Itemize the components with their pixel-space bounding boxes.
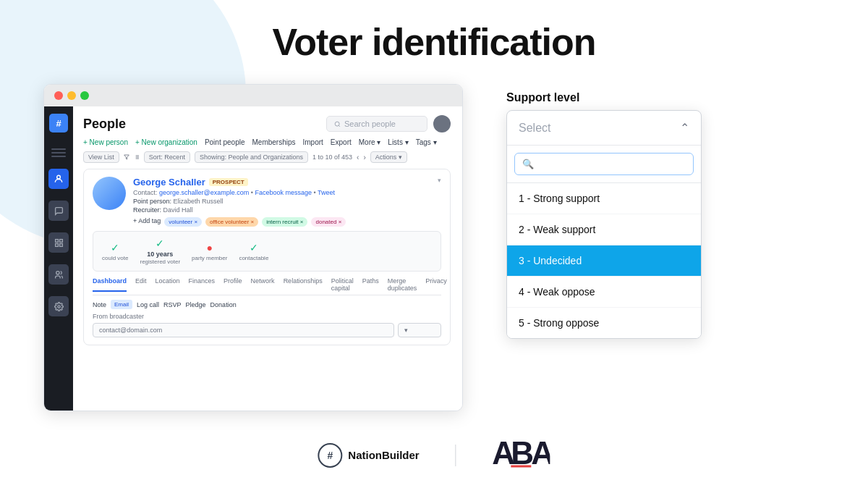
export-btn[interactable]: Export	[331, 138, 352, 146]
tab-privacy[interactable]: Privacy	[425, 277, 447, 292]
rsvp-btn[interactable]: RSVP	[163, 301, 182, 308]
email-input[interactable]: contact@domain.com	[93, 323, 394, 337]
tab-finances[interactable]: Finances	[189, 277, 216, 292]
select-placeholder: Select	[519, 122, 550, 135]
sidebar-item-users[interactable]	[48, 264, 69, 285]
tab-paths[interactable]: Paths	[362, 277, 379, 292]
svg-point-7	[335, 122, 339, 126]
view-list-filter[interactable]: View List	[83, 151, 119, 163]
stat-registered: ✓ 10 years registered voter	[140, 237, 180, 265]
expand-icon[interactable]: ▾	[438, 177, 441, 184]
svg-point-6	[57, 305, 59, 307]
actions-filter[interactable]: Actions ▾	[370, 151, 407, 163]
sidebar-logo[interactable]: #	[49, 114, 68, 132]
from-broadcaster-label: From broadcaster	[93, 313, 441, 320]
person-card: George Schaller PROSPECT Contact: george…	[83, 169, 451, 345]
log-call-btn[interactable]: Log call	[137, 301, 159, 308]
showing-filter[interactable]: Showing: People and Organizations	[195, 151, 308, 163]
content-row: #	[0, 84, 868, 411]
svg-marker-9	[124, 155, 129, 159]
email-btn[interactable]: Email	[111, 300, 132, 309]
new-org-btn[interactable]: + New organization	[135, 138, 197, 146]
email-dropdown[interactable]: ▾	[398, 323, 441, 337]
aba-svg-logo: A B A	[493, 437, 550, 468]
registered-icon: ✓	[156, 237, 164, 249]
contactable-label: contactable	[239, 255, 268, 261]
voter-stats: ✓ could vote ✓ 10 years registered voter	[93, 231, 441, 272]
sidebar-item-settings[interactable]	[48, 296, 69, 316]
person-header: George Schaller PROSPECT Contact: george…	[93, 177, 441, 227]
search-placeholder: Search people	[344, 119, 396, 128]
aba-logo-text: A B A	[493, 437, 550, 474]
tab-nav: Dashboard Edit Location Finances Profile…	[93, 277, 441, 295]
email-input-row: contact@domain.com ▾	[93, 323, 441, 337]
search-icon: 🔍	[522, 159, 534, 169]
tab-edit[interactable]: Edit	[135, 277, 147, 292]
person-email[interactable]: george.schaller@example.com	[159, 189, 249, 196]
people-page-title: People	[83, 117, 126, 132]
footer-divider	[456, 445, 456, 466]
support-level-dropdown[interactable]: Select ⌃ 🔍 1 - Strong support 2 - Weak s…	[506, 110, 702, 339]
person-name[interactable]: George Schaller	[133, 177, 205, 188]
donation-btn[interactable]: Donation	[210, 301, 237, 308]
sidebar-item-layout[interactable]	[48, 232, 69, 253]
option-strong-support[interactable]: 1 - Strong support	[507, 183, 701, 214]
note-btn[interactable]: Note	[93, 301, 106, 308]
action-row: + New person + New organization Point pe…	[83, 138, 451, 146]
nb-logo-text: NationBuilder	[348, 449, 419, 461]
log-row: Note Email Log call RSVP Pledge Donation	[93, 300, 441, 309]
point-people-btn[interactable]: Point people	[205, 138, 245, 146]
svg-line-8	[339, 125, 340, 127]
footer: # NationBuilder A B A	[318, 437, 550, 474]
tweet-link[interactable]: Tweet	[318, 189, 335, 196]
tab-dashboard[interactable]: Dashboard	[93, 277, 127, 292]
tab-merge[interactable]: Merge duplicates	[388, 277, 417, 292]
sidebar-item-people[interactable]	[48, 169, 69, 189]
sidebar-item-chat[interactable]	[48, 201, 69, 221]
sort-filter[interactable]: Sort: Recent	[144, 151, 190, 163]
add-tag-btn[interactable]: + Add tag	[133, 217, 161, 227]
filter-icon	[124, 154, 129, 160]
minimize-button[interactable]	[67, 91, 76, 100]
memberships-btn[interactable]: Memberships	[252, 138, 295, 146]
tab-profile[interactable]: Profile	[224, 277, 242, 292]
person-info: George Schaller PROSPECT Contact: george…	[133, 177, 346, 227]
support-search-input[interactable]: 🔍	[514, 153, 694, 175]
next-page-btn[interactable]: ›	[363, 153, 365, 161]
option-weak-oppose[interactable]: 4 - Weak oppose	[507, 277, 701, 308]
tags-btn[interactable]: Tags ▾	[416, 138, 437, 146]
page-wrapper: Voter identification #	[0, 0, 868, 411]
facebook-link[interactable]: Facebook message	[255, 189, 312, 196]
tab-relationships[interactable]: Relationships	[284, 277, 323, 292]
stat-could-vote: ✓ could vote	[102, 242, 128, 261]
dropdown-options: 1 - Strong support 2 - Weak support 3 - …	[507, 183, 701, 338]
could-vote-icon: ✓	[111, 242, 119, 253]
select-header[interactable]: Select ⌃	[507, 111, 701, 146]
sort-icon	[134, 154, 140, 160]
user-avatar[interactable]	[433, 115, 451, 132]
support-level-label: Support level	[506, 91, 723, 104]
filter-row: View List Sort: Recent Showing: People a…	[83, 151, 451, 163]
stat-party: ● party member	[192, 242, 227, 261]
svg-point-0	[57, 175, 61, 179]
tab-network[interactable]: Network	[251, 277, 275, 292]
new-person-btn[interactable]: + New person	[83, 138, 128, 146]
chevron-up-icon: ⌃	[680, 121, 689, 135]
tag-intern: intern recruit ×	[262, 217, 307, 227]
years-registered: 10 years	[140, 251, 180, 258]
search-box[interactable]: Search people	[326, 116, 427, 132]
option-strong-oppose[interactable]: 5 - Strong oppose	[507, 308, 701, 338]
option-weak-support[interactable]: 2 - Weak support	[507, 214, 701, 245]
more-btn[interactable]: More ▾	[359, 138, 381, 146]
option-undecided[interactable]: 3 - Undecided	[507, 245, 701, 277]
pledge-btn[interactable]: Pledge	[186, 301, 206, 308]
tab-location[interactable]: Location	[156, 277, 180, 292]
tab-political[interactable]: Political capital	[331, 277, 354, 292]
browser-mockup: #	[43, 84, 463, 411]
import-btn[interactable]: Import	[303, 138, 323, 146]
person-avatar	[93, 177, 126, 210]
close-button[interactable]	[54, 91, 63, 100]
prev-page-btn[interactable]: ‹	[357, 153, 359, 161]
lists-btn[interactable]: Lists ▾	[388, 138, 408, 146]
maximize-button[interactable]	[80, 91, 89, 100]
